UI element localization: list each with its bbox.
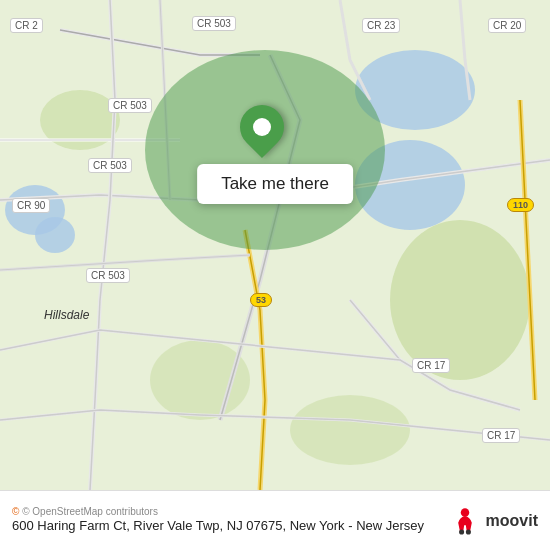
osm-icon: © bbox=[12, 506, 19, 517]
svg-point-13 bbox=[460, 508, 469, 517]
svg-point-15 bbox=[465, 529, 470, 534]
road-label-cr20: CR 20 bbox=[488, 18, 526, 33]
pin-body bbox=[231, 96, 293, 158]
attribution-text: © © OpenStreetMap contributors bbox=[12, 506, 448, 517]
town-label-hillsdale: Hillsdale bbox=[44, 308, 89, 322]
pin-dot bbox=[253, 118, 271, 136]
address-section: © © OpenStreetMap contributors 600 Harin… bbox=[12, 505, 448, 535]
svg-point-7 bbox=[150, 340, 250, 420]
moovit-icon-svg bbox=[448, 504, 482, 538]
road-label-cr503a: CR 503 bbox=[192, 16, 236, 31]
road-label-cr503d: CR 503 bbox=[86, 268, 130, 283]
road-label-cr503b: CR 503 bbox=[108, 98, 152, 113]
location-pin bbox=[240, 105, 284, 149]
address-text: 600 Haring Farm Ct, River Vale Twp, NJ 0… bbox=[12, 517, 448, 535]
moovit-logo: moovit bbox=[448, 504, 538, 538]
moovit-text: moovit bbox=[486, 512, 538, 530]
road-label-cr17b: CR 17 bbox=[482, 428, 520, 443]
map-view: CR 2 CR 503 CR 23 CR 20 CR 503 CR 503 CR… bbox=[0, 0, 550, 490]
map-background bbox=[0, 0, 550, 490]
info-bar: © © OpenStreetMap contributors 600 Harin… bbox=[0, 490, 550, 550]
road-label-cr90: CR 90 bbox=[12, 198, 50, 213]
road-label-cr503c: CR 503 bbox=[88, 158, 132, 173]
svg-point-8 bbox=[290, 395, 410, 465]
road-label-cr2: CR 2 bbox=[10, 18, 43, 33]
svg-point-14 bbox=[459, 529, 464, 534]
road-label-53: 53 bbox=[250, 293, 272, 307]
road-label-cr17a: CR 17 bbox=[412, 358, 450, 373]
svg-point-5 bbox=[390, 220, 530, 380]
take-me-there-button[interactable]: Take me there bbox=[197, 164, 353, 204]
road-label-cr23: CR 23 bbox=[362, 18, 400, 33]
road-label-110: 110 bbox=[507, 198, 534, 212]
svg-point-4 bbox=[35, 217, 75, 253]
